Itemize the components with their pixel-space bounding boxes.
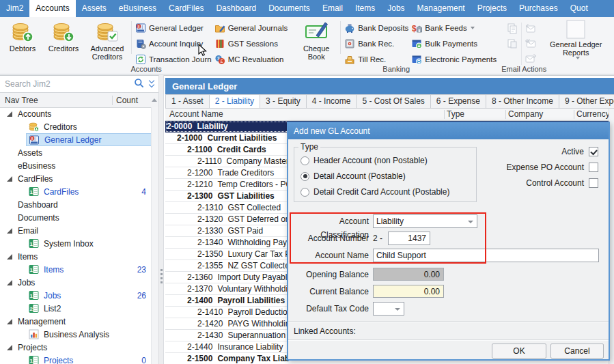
sidebar-item-email[interactable]: Email (0, 224, 152, 237)
ribbon-button-bank-rec[interactable]: Bank Rec. (344, 37, 408, 50)
ribbon-button-mail-reply[interactable] (525, 23, 537, 35)
menu-tab-dashboard[interactable]: Dashboard (210, 0, 262, 17)
tab-3-equity[interactable]: 3 - Equity (260, 94, 307, 108)
tree-expander-icon[interactable] (7, 319, 12, 324)
sidebar-item-assets[interactable]: Assets (0, 146, 152, 159)
tab-4-income[interactable]: 4 - Income (306, 94, 357, 108)
ribbon-button-doc-paste[interactable] (506, 38, 518, 50)
chevron-double-down-icon[interactable] (150, 80, 154, 88)
menu-tab-jim2[interactable]: Jim2 (0, 0, 29, 17)
ribbon-button-creditors[interactable]: Creditors (42, 18, 85, 62)
tree-expander-icon[interactable] (7, 280, 12, 285)
checkbox-box-icon[interactable] (589, 147, 598, 156)
column-header-currency[interactable]: Currency (576, 109, 610, 120)
ribbon-button-mail-forward[interactable] (525, 53, 537, 65)
menu-tab-cardfiles[interactable]: CardFiles (163, 0, 210, 17)
tree-expander-icon[interactable] (7, 345, 12, 350)
sidebar-item-cardfiles[interactable]: CardFiles (0, 172, 152, 185)
ribbon-button-mc-revaluation[interactable]: $£MC Revaluation (214, 53, 288, 66)
sidebar-item-cardfiles[interactable]: 1CardFiles4 (0, 185, 152, 198)
ribbon-button-general-ledger-reports[interactable]: General Ledger Reports (545, 18, 606, 61)
tab-1-asset[interactable]: 1 - Asset (165, 94, 210, 108)
ribbon-button-mail-replyall[interactable] (525, 38, 537, 50)
tab-5-cost-of-sales[interactable]: 5 - Cost Of Sales (356, 94, 430, 108)
menu-tab-accounts[interactable]: Accounts (29, 0, 75, 17)
sidebar-item-projects[interactable]: Projects (0, 341, 152, 354)
ribbon-button-general-ledger[interactable]: 8General Ledger (135, 21, 212, 34)
menu-tab-management[interactable]: Management (411, 0, 471, 17)
radio-detail-account-postable[interactable]: Detail Account (Postable) (301, 169, 476, 183)
menu-tab-documents[interactable]: Documents (262, 0, 316, 17)
ribbon-button-general-journals[interactable]: General Journals (214, 21, 288, 34)
sidebar-item-projects[interactable]: 1Projects0 (0, 354, 152, 364)
checkbox-box-icon[interactable] (589, 178, 598, 188)
scroll-up-icon[interactable] (150, 93, 158, 107)
ribbon-button-gst-sessions[interactable]: GST Sessions (214, 37, 288, 50)
sidebar-item-system-inbox[interactable]: 1System Inbox (0, 237, 152, 250)
checkbox-control-account[interactable]: Control Account (526, 178, 598, 188)
column-header-type[interactable]: Type (447, 109, 464, 120)
account-classification-select[interactable]: Liability (373, 214, 477, 228)
ribbon-button-electronic-payments[interactable]: Electronic Payments (411, 53, 497, 66)
sidebar-item-dashboard[interactable]: Dashboard (0, 198, 152, 211)
checkbox-box-icon[interactable] (589, 163, 598, 172)
column-header-account-name[interactable]: Account Name (169, 109, 223, 120)
checkbox-active[interactable]: Active (561, 147, 598, 156)
sidebar-item-accounts[interactable]: Accounts (0, 107, 152, 120)
tree-expander-icon[interactable] (7, 176, 12, 182)
menu-tab-items[interactable]: Items (349, 0, 381, 17)
column-header-company[interactable]: Company (508, 109, 543, 120)
sidebar-item-creditors[interactable]: Creditors (0, 120, 152, 133)
ribbon-button-till-rec[interactable]: Till Rec. (344, 53, 408, 66)
ribbon-button-bank-feeds[interactable]: $Bank Feeds (411, 21, 497, 34)
ok-button[interactable]: OK (492, 344, 546, 359)
sidebar-item-items[interactable]: Items (0, 250, 152, 263)
tab-9-other-expense[interactable]: 9 - Other Expense (559, 94, 614, 108)
tab-8-other-income[interactable]: 8 - Other Income (486, 94, 559, 108)
menu-tab-purchases[interactable]: Purchases (513, 0, 564, 17)
sidebar-item-ebusiness[interactable]: eBusiness (0, 159, 152, 172)
ribbon-button-bulk-payments[interactable]: Bulk Payments (411, 37, 497, 50)
default-tax-code-select[interactable] (373, 302, 404, 316)
menu-tab-quot[interactable]: Quot (564, 0, 594, 17)
menu-tab-assets[interactable]: Assets (76, 0, 113, 17)
tree-expander-icon[interactable] (7, 111, 12, 117)
menu-tab-jobs[interactable]: Jobs (381, 0, 410, 17)
nav-tree-column-label[interactable]: Nav Tree (0, 96, 112, 105)
radio-detail-credit-card-account-postable[interactable]: Detail Credit Card Account (Postable) (301, 185, 476, 199)
sidebar-item-business-analysis[interactable]: Business Analysis (0, 328, 152, 341)
current-balance-input[interactable]: 0.00 (373, 285, 444, 298)
ribbon-button-doc-copy[interactable] (506, 23, 518, 35)
ribbon-button-bank-deposits[interactable]: Bank Deposits (344, 21, 408, 34)
tab-6-expense[interactable]: 6 - Expense (430, 94, 486, 108)
search-input[interactable]: Search Jim2 (5, 79, 134, 89)
dialog-title[interactable]: Add new GL Account (288, 123, 609, 139)
ribbon-button-debtors[interactable]: Debtors (3, 18, 42, 62)
sidebar-splitter[interactable] (158, 75, 164, 364)
menu-tab-email[interactable]: Email (316, 0, 349, 17)
sidebar-item-list2[interactable]: 2List2 (0, 302, 152, 315)
ribbon-button-advanced-creditors[interactable]: Advanced Creditors (85, 18, 129, 62)
cancel-button[interactable]: Cancel (550, 344, 604, 359)
radio-header-account-non-postable[interactable]: Header Account (non Postable) (301, 154, 476, 167)
ribbon-button-cheque-book[interactable]: Cheque Book (294, 18, 338, 62)
radio-button-icon[interactable] (301, 188, 309, 197)
radio-button-icon[interactable] (301, 172, 309, 181)
account-number-input[interactable]: 1437 (388, 232, 430, 245)
tree-expander-icon[interactable] (7, 228, 12, 234)
menu-tab-projects[interactable]: Projects (471, 0, 513, 17)
checkbox-expense-po-account[interactable]: Expense PO Account (507, 163, 598, 172)
sidebar-item-management[interactable]: Management (0, 315, 152, 328)
sidebar-scrollbar[interactable] (151, 107, 158, 364)
tree-expander-icon[interactable] (7, 254, 12, 260)
sidebar-item-items[interactable]: 1Items23 (0, 263, 152, 276)
account-name-input[interactable]: Child Support (373, 249, 599, 262)
radio-button-icon[interactable] (301, 156, 309, 165)
sidebar-item-jobs[interactable]: Jobs (0, 276, 152, 289)
tab-2-liability[interactable]: 2 - Liability (209, 94, 260, 108)
menu-tab-ebusiness[interactable]: eBusiness (113, 0, 163, 17)
sidebar-item-jobs[interactable]: 1Jobs26 (0, 289, 152, 302)
sidebar-item-documents[interactable]: Documents (0, 211, 152, 224)
count-column-label[interactable]: Count (112, 96, 150, 105)
sidebar-item-general-ledger[interactable]: 8General Ledger (0, 133, 152, 146)
